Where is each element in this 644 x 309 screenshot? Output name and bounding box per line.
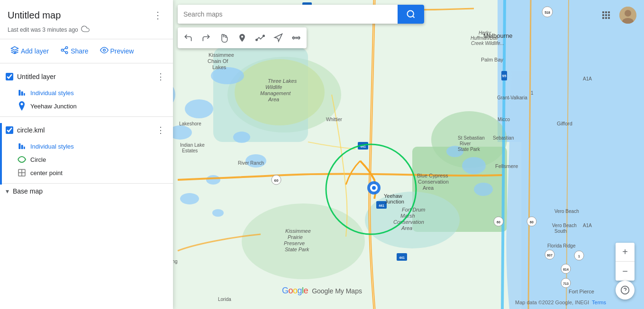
header-menu-button[interactable]: ⋮ [150,8,165,23]
google-logo: Google [282,286,308,296]
terms-link[interactable]: Terms [592,300,606,305]
svg-point-138 [21,103,23,106]
action-bar: Add layer Share Preview [0,39,173,63]
attribution-text: Map data ©2022 Google, INEGI [515,300,589,305]
zoom-in-button[interactable]: + [616,243,635,262]
svg-text:River Ranch: River Ranch [238,160,264,166]
map-attribution: Map data ©2022 Google, INEGI Terms [515,300,606,305]
svg-rect-141 [24,147,25,149]
svg-rect-137 [24,93,25,96]
svg-text:Fort Drum: Fort Drum [402,207,426,212]
svg-point-14 [233,132,250,143]
help-icon [620,285,630,295]
layer-circle-kml-menu[interactable]: ⋮ [154,124,167,137]
help-button[interactable] [616,281,635,300]
svg-text:A1A: A1A [583,76,592,81]
map-title: Untitled map [8,10,61,21]
svg-point-134 [103,49,105,52]
svg-text:Chain Of: Chain Of [208,58,228,64]
draw-line-button[interactable] [252,29,269,46]
svg-text:Kissimmee: Kissimmee [209,52,234,58]
svg-text:713: 713 [563,282,569,285]
svg-text:441: 441 [399,256,405,259]
user-avatar[interactable] [619,7,636,24]
crosshair-icon [17,168,27,177]
undo-button[interactable] [180,29,197,46]
svg-point-131 [65,52,68,54]
svg-point-148 [263,35,264,36]
svg-text:60: 60 [530,221,534,224]
svg-text:Creek Wildlife...: Creek Wildlife... [471,41,504,46]
svg-text:South: South [554,229,567,234]
svg-point-17 [180,193,199,204]
base-map-label: Base map [13,187,43,195]
center-point-item[interactable]: center point [0,166,173,179]
svg-text:Area: Area [401,225,412,231]
center-point-label: center point [30,169,63,177]
svg-point-19 [462,157,486,174]
svg-text:441: 441 [379,204,384,207]
redo-button[interactable] [198,29,215,46]
apps-grid-icon [600,9,612,21]
svg-text:95: 95 [502,74,507,78]
share-button[interactable]: Share [55,43,93,59]
svg-point-18 [212,209,224,217]
svg-text:Lakeshore: Lakeshore [179,121,201,126]
svg-text:A1A: A1A [583,223,592,228]
layer-untitled: Untitled layer ⋮ Individual styles Yeeha… [0,63,173,117]
layer-untitled-name: Untitled layer [17,73,150,80]
layer-circle-kml-header: circle.kml ⋮ [0,121,173,140]
svg-text:Micco: Micco [498,117,510,122]
individual-styles-icon-1 [17,88,27,97]
svg-text:614: 614 [563,268,569,271]
svg-text:St Sebastian: St Sebastian [458,135,485,141]
layer-untitled-checkbox[interactable] [6,73,13,80]
svg-line-146 [413,16,415,18]
svg-rect-135 [18,90,20,96]
svg-text:Fellsmere: Fellsmere [495,163,518,169]
layer-untitled-style-label: Individual styles [30,89,74,97]
svg-text:State Park: State Park [458,147,481,152]
svg-text:Fort Pierce: Fort Pierce [569,289,594,294]
individual-styles-icon-2 [17,141,27,151]
preview-button[interactable]: Preview [95,43,139,59]
search-button[interactable] [398,5,424,24]
layer-circle-kml-style[interactable]: Individual styles [0,140,173,153]
share-icon [60,46,69,56]
marker-icon [237,33,247,43]
svg-text:Conservation: Conservation [393,219,424,225]
pan-button[interactable] [216,29,233,46]
avatar-image [619,7,636,24]
svg-text:1: 1 [531,90,534,96]
my-maps-text: Google My Maps [312,287,362,295]
search-input[interactable] [178,5,398,24]
svg-text:Lorida: Lorida [218,297,231,302]
apps-grid-button[interactable] [597,6,616,25]
svg-text:Junction: Junction [385,199,404,204]
layer-untitled-header: Untitled layer ⋮ [0,67,173,86]
circle-item[interactable]: Circle [0,153,173,166]
zoom-out-button[interactable]: − [616,262,635,281]
svg-text:60: 60 [274,178,279,183]
yeehaw-junction-item[interactable]: Yeehaw Junction [0,99,173,113]
svg-point-21 [474,183,493,196]
title-row: Untitled map ⋮ [8,8,165,23]
add-layer-button[interactable]: Add layer [6,43,54,59]
layer-circle-kml-checkbox[interactable] [6,126,13,134]
add-marker-button[interactable] [234,29,251,46]
svg-text:Preserve: Preserve [284,240,305,246]
google-my-maps-attribution: Google Google My Maps [282,286,362,296]
svg-point-16 [206,175,220,185]
layer-untitled-menu[interactable]: ⋮ [154,70,167,83]
measure-button[interactable] [288,29,305,46]
base-map-section[interactable]: ▾ Base map [0,184,173,199]
hand-icon [219,33,229,43]
svg-rect-139 [18,143,20,149]
circle-line-icon [17,155,27,164]
layer-circle-kml-name: circle.kml [17,126,150,134]
tools-bar [178,27,307,48]
sidebar-header: Untitled map ⋮ Last edit was 3 minutes a… [0,0,173,39]
svg-text:Florida Ridge: Florida Ridge [547,243,576,248]
directions-button[interactable] [270,29,287,46]
layer-untitled-style[interactable]: Individual styles [0,86,173,99]
